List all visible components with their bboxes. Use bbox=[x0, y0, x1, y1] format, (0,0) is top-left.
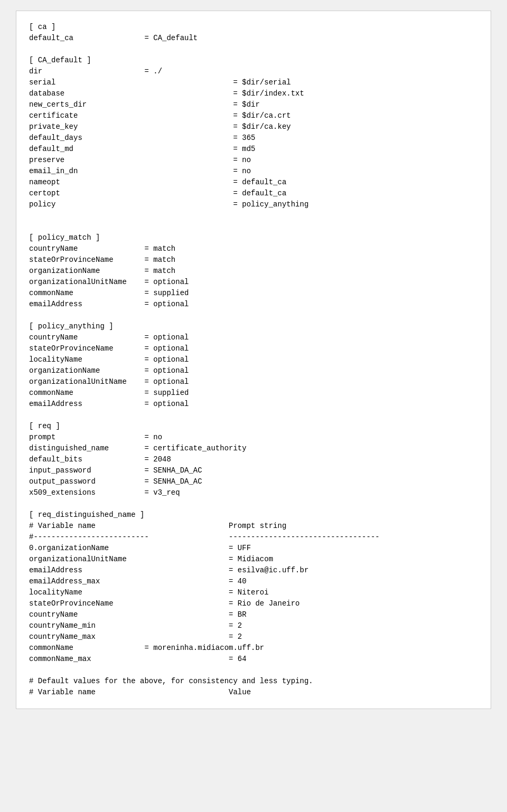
code-line: commonName = supplied bbox=[29, 288, 478, 299]
code-line: default_ca = CA_default bbox=[29, 33, 478, 44]
code-line: default_bits = 2048 bbox=[29, 454, 478, 465]
code-line: # Variable name Value bbox=[29, 687, 478, 698]
code-line: #-------------------------- ------------… bbox=[29, 532, 478, 543]
code-line: [ req_distinguished_name ] bbox=[29, 509, 478, 521]
code-line bbox=[29, 498, 478, 509]
code-line: stateOrProvinceName = optional bbox=[29, 343, 478, 354]
code-line: commonName_max = 64 bbox=[29, 654, 478, 665]
code-line: database = $dir/index.txt bbox=[29, 88, 478, 99]
code-line: default_md = md5 bbox=[29, 144, 478, 155]
code-line: [ req ] bbox=[29, 421, 478, 432]
code-line: # Default values for the above, for cons… bbox=[29, 676, 478, 687]
code-line: commonName = moreninha.midiacom.uff.br bbox=[29, 643, 478, 654]
code-line: [ ca ] bbox=[29, 22, 478, 33]
code-line: private_key = $dir/ca.key bbox=[29, 121, 478, 133]
code-line: countryName = match bbox=[29, 243, 478, 254]
code-viewer: [ ca ]default_ca = CA_default [ CA_defau… bbox=[16, 11, 491, 709]
code-line: serial = $dir/serial bbox=[29, 77, 478, 88]
code-line: certificate = $dir/ca.crt bbox=[29, 110, 478, 121]
code-line: countryName = BR bbox=[29, 609, 478, 620]
code-line: emailAddress = optional bbox=[29, 299, 478, 310]
code-line bbox=[29, 665, 478, 676]
code-line bbox=[29, 310, 478, 321]
code-line: certopt = default_ca bbox=[29, 188, 478, 199]
code-line bbox=[29, 221, 478, 232]
code-line bbox=[29, 210, 478, 221]
code-line: commonName = supplied bbox=[29, 388, 478, 399]
code-line: emailAddress_max = 40 bbox=[29, 576, 478, 587]
code-line: nameopt = default_ca bbox=[29, 177, 478, 188]
code-line: organizationalUnitName = optional bbox=[29, 376, 478, 388]
code-line: localityName = optional bbox=[29, 354, 478, 365]
code-line: organizationName = optional bbox=[29, 365, 478, 376]
code-line: preserve = no bbox=[29, 155, 478, 166]
code-line: policy = policy_anything bbox=[29, 199, 478, 210]
code-line: countryName_max = 2 bbox=[29, 631, 478, 643]
code-line: dir = ./ bbox=[29, 66, 478, 77]
code-line: # Variable name Prompt string bbox=[29, 521, 478, 532]
code-line: email_in_dn = no bbox=[29, 166, 478, 177]
code-line bbox=[29, 410, 478, 421]
code-line: [ CA_default ] bbox=[29, 55, 478, 66]
code-line: prompt = no bbox=[29, 432, 478, 443]
code-line: [ policy_anything ] bbox=[29, 321, 478, 332]
code-line: [ policy_match ] bbox=[29, 232, 478, 243]
code-line: emailAddress = optional bbox=[29, 399, 478, 410]
code-line: output_password = SENHA_DA_AC bbox=[29, 476, 478, 487]
code-line: organizationalUnitName = Midiacom bbox=[29, 554, 478, 565]
code-line: emailAddress = esilva@ic.uff.br bbox=[29, 565, 478, 576]
code-line: organizationalUnitName = optional bbox=[29, 277, 478, 288]
code-line: countryName = optional bbox=[29, 332, 478, 343]
code-line: stateOrProvinceName = Rio de Janeiro bbox=[29, 598, 478, 609]
code-line: localityName = Niteroi bbox=[29, 587, 478, 598]
code-line: 0.organizationName = UFF bbox=[29, 543, 478, 554]
code-line: organizationName = match bbox=[29, 266, 478, 277]
code-line: input_password = SENHA_DA_AC bbox=[29, 465, 478, 476]
code-line: distinguished_name = certificate_authori… bbox=[29, 443, 478, 454]
code-line: new_certs_dir = $dir bbox=[29, 99, 478, 110]
code-line: x509_extensions = v3_req bbox=[29, 487, 478, 498]
code-line: stateOrProvinceName = match bbox=[29, 254, 478, 266]
code-line: countryName_min = 2 bbox=[29, 620, 478, 631]
code-line bbox=[29, 44, 478, 55]
code-line: default_days = 365 bbox=[29, 133, 478, 144]
